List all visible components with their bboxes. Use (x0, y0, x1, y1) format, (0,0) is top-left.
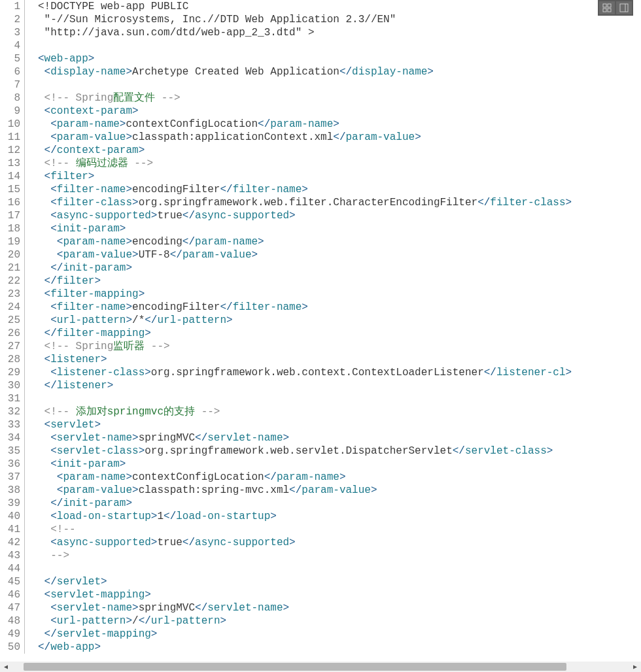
code-line[interactable]: <servlet-class>org.springframework.web.s… (38, 445, 641, 458)
code-editor[interactable]: 1234567891011121314151617181920212223242… (0, 0, 641, 654)
code-line[interactable]: <param-name>contextConfigLocation</param… (38, 471, 641, 484)
code-line[interactable]: <context-param> (38, 105, 641, 118)
code-line[interactable]: <url-pattern>/*</url-pattern> (38, 314, 641, 327)
svg-rect-2 (603, 8, 606, 12)
line-number: 10 (0, 118, 20, 131)
line-number: 15 (0, 183, 20, 196)
code-line[interactable] (38, 39, 641, 52)
grid-icon (602, 3, 612, 12)
code-line[interactable]: <servlet-name>springMVC</servlet-name> (38, 601, 641, 614)
line-number: 19 (0, 235, 20, 248)
line-number: 20 (0, 248, 20, 261)
line-number: 29 (0, 366, 20, 379)
svg-rect-4 (620, 4, 628, 12)
code-line[interactable]: <init-param> (38, 458, 641, 471)
code-line[interactable]: <filter-mapping> (38, 288, 641, 301)
panel-split-button[interactable] (616, 1, 632, 14)
code-line[interactable]: <load-on-startup>1</load-on-startup> (38, 510, 641, 523)
line-number: 49 (0, 628, 20, 641)
line-number-gutter: 1234567891011121314151617181920212223242… (0, 0, 25, 654)
line-number: 21 (0, 261, 20, 275)
code-line[interactable]: <listener-class>org.springframework.web.… (38, 366, 641, 379)
code-line[interactable]: <async-supported>true</async-supported> (38, 536, 641, 549)
line-number: 2 (0, 13, 20, 26)
line-number: 23 (0, 288, 20, 301)
line-number: 37 (0, 471, 20, 484)
line-number: 30 (0, 379, 20, 392)
code-line[interactable]: <!-- 编码过滤器 --> (38, 157, 641, 170)
line-number: 8 (0, 92, 20, 105)
code-line[interactable]: </context-param> (38, 144, 641, 157)
code-line[interactable]: <!-- Spring配置文件 --> (38, 92, 641, 105)
horizontal-scrollbar[interactable]: ◀ ▶ (0, 662, 641, 672)
code-line[interactable]: <listener> (38, 353, 641, 366)
code-line[interactable]: <url-pattern>/</url-pattern> (38, 614, 641, 628)
code-line[interactable]: </filter> (38, 275, 641, 288)
line-number: 14 (0, 170, 20, 183)
line-number: 34 (0, 431, 20, 445)
line-number: 5 (0, 52, 20, 65)
line-number: 27 (0, 340, 20, 353)
code-line[interactable]: <init-param> (38, 222, 641, 235)
code-line[interactable] (38, 562, 641, 575)
line-number: 24 (0, 301, 20, 314)
code-line[interactable]: </servlet-mapping> (38, 628, 641, 641)
line-number: 43 (0, 549, 20, 562)
code-line[interactable]: <!-- Spring监听器 --> (38, 340, 641, 353)
line-number: 39 (0, 497, 20, 510)
line-number: 4 (0, 39, 20, 52)
code-line[interactable]: <filter-name>encodingFilter</filter-name… (38, 301, 641, 314)
scroll-left-arrow[interactable]: ◀ (0, 662, 12, 672)
code-line[interactable]: </filter-mapping> (38, 327, 641, 340)
scroll-right-arrow[interactable]: ▶ (629, 662, 641, 672)
line-number: 28 (0, 353, 20, 366)
line-number: 7 (0, 78, 20, 92)
line-number: 50 (0, 641, 20, 654)
code-line[interactable]: <param-value>classpath:spring-mvc.xml</p… (38, 484, 641, 497)
code-area[interactable]: <!DOCTYPE web-app PUBLIC "-//Sun Microsy… (25, 0, 641, 654)
line-number: 35 (0, 445, 20, 458)
code-line[interactable]: <display-name>Archetype Created Web Appl… (38, 65, 641, 78)
code-line[interactable]: --> (38, 549, 641, 562)
code-line[interactable]: <param-value>UTF-8</param-value> (38, 248, 641, 261)
code-line[interactable]: <servlet-mapping> (38, 588, 641, 601)
code-line[interactable]: <!-- (38, 523, 641, 536)
code-line[interactable]: </listener> (38, 379, 641, 392)
code-line[interactable]: <filter> (38, 170, 641, 183)
code-line[interactable]: <!-- 添加对springmvc的支持 --> (38, 405, 641, 418)
code-line[interactable]: <filter-class>org.springframework.web.fi… (38, 196, 641, 209)
code-line[interactable]: <!DOCTYPE web-app PUBLIC (38, 0, 641, 13)
code-line[interactable]: <filter-name>encodingFilter</filter-name… (38, 183, 641, 196)
line-number: 41 (0, 523, 20, 536)
code-line[interactable] (38, 78, 641, 92)
code-line[interactable]: </init-param> (38, 261, 641, 275)
code-line[interactable]: "-//Sun Microsystems, Inc.//DTD Web Appl… (38, 13, 641, 26)
code-line[interactable]: <param-name>encoding</param-name> (38, 235, 641, 248)
code-line[interactable]: <servlet-name>springMVC</servlet-name> (38, 431, 641, 445)
grid-view-button[interactable] (599, 1, 615, 14)
line-number: 40 (0, 510, 20, 523)
scrollbar-thumb[interactable] (24, 663, 566, 671)
scrollbar-track[interactable] (12, 662, 629, 672)
line-number: 47 (0, 601, 20, 614)
code-line[interactable]: <web-app> (38, 52, 641, 65)
code-line[interactable]: </init-param> (38, 497, 641, 510)
code-line[interactable]: <param-name>contextConfigLocation</param… (38, 118, 641, 131)
line-number: 38 (0, 484, 20, 497)
line-number: 22 (0, 275, 20, 288)
code-line[interactable]: <async-supported>true</async-supported> (38, 209, 641, 222)
line-number: 1 (0, 0, 20, 13)
code-line[interactable] (38, 392, 641, 405)
line-number: 3 (0, 26, 20, 39)
code-line[interactable]: </servlet> (38, 575, 641, 588)
code-line[interactable]: <param-value>classpath:applicationContex… (38, 131, 641, 144)
code-line[interactable]: "http://java.sun.com/dtd/web-app_2_3.dtd… (38, 26, 641, 39)
line-number: 13 (0, 157, 20, 170)
line-number: 44 (0, 562, 20, 575)
line-number: 33 (0, 418, 20, 431)
code-line[interactable]: <servlet> (38, 418, 641, 431)
line-number: 45 (0, 575, 20, 588)
svg-rect-1 (608, 4, 611, 7)
code-line[interactable]: </web-app> (38, 641, 641, 654)
line-number: 26 (0, 327, 20, 340)
